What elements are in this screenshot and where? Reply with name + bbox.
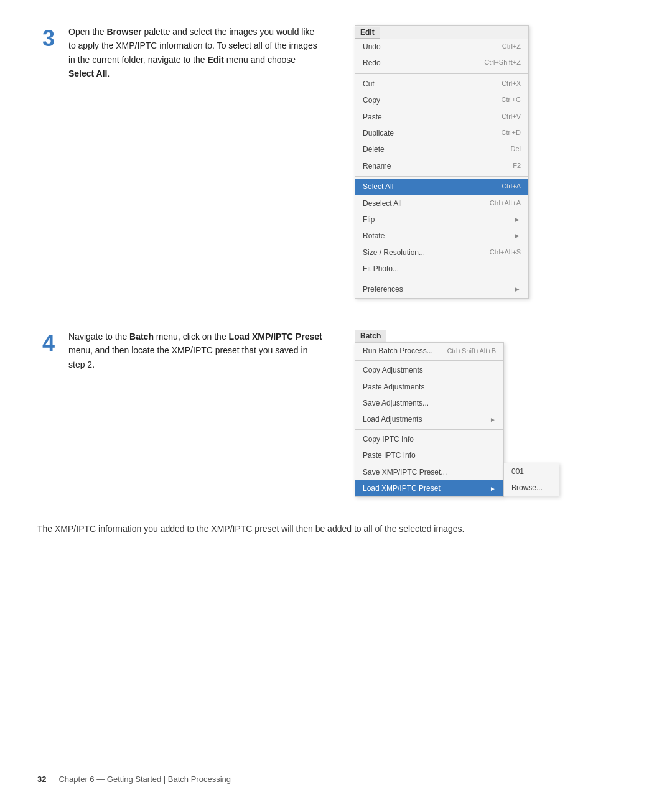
batch-menu-run-batch: Run Batch Process...Ctrl+Shift+Alt+B: [355, 343, 503, 359]
batch-menu-paste-iptc: Paste IPTC Info: [355, 447, 503, 463]
edit-menu-items: UndoCtrl+Z RedoCtrl+Shift+Z CutCtrl+X Co…: [355, 39, 528, 298]
menu-item-fit-photo: Fit Photo...: [355, 261, 528, 277]
batch-menu-screenshot: Batch Run Batch Process...Ctrl+Shift+Alt…: [355, 330, 504, 498]
page-footer: 32 Chapter 6 — Getting Started | Batch P…: [0, 768, 672, 790]
summary-text: The XMP/IPTC information you added to th…: [37, 522, 597, 536]
footer-page-number: 32: [37, 774, 46, 784]
batch-menu-copy-adjustments: Copy Adjustments: [355, 362, 503, 378]
step-4-container: 4 Navigate to the Batch menu, click on t…: [37, 330, 635, 498]
footer-chapter: Chapter 6 — Getting Started | Batch Proc…: [58, 774, 231, 784]
batch-menu-paste-adjustments: Paste Adjustments: [355, 379, 503, 395]
menu-item-delete: DeleteDel: [355, 141, 528, 157]
menu-item-undo: UndoCtrl+Z: [355, 39, 528, 55]
load-xmp-submenu: 001 Browse...: [503, 463, 559, 497]
menu-item-duplicate: DuplicateCtrl+D: [355, 125, 528, 141]
batch-menu-save-xmp: Save XMP/IPTC Preset...: [355, 464, 503, 480]
batch-menu-load-xmp: Load XMP/IPTC Preset► 001 Browse...: [355, 480, 503, 496]
menu-item-copy: CopyCtrl+C: [355, 92, 528, 108]
menu-divider-1: [355, 73, 528, 74]
menu-item-flip: Flip►: [355, 211, 528, 228]
menu-divider-3: [355, 279, 528, 279]
edit-menu-screenshot: Edit UndoCtrl+Z RedoCtrl+Shift+Z CutCtrl…: [355, 25, 529, 299]
step-4-text: Navigate to the Batch menu, click on the…: [68, 330, 324, 371]
menu-divider-2: [355, 176, 528, 177]
menu-item-paste: PasteCtrl+V: [355, 109, 528, 125]
batch-divider-1: [355, 360, 503, 361]
menu-item-cut: CutCtrl+X: [355, 76, 528, 92]
submenu-001: 001: [504, 463, 559, 480]
page-content: 3 Open the Browser palette and select th…: [0, 0, 672, 561]
batch-menu-load-adjustments: Load Adjustments►: [355, 411, 503, 427]
batch-menu-save-adjustments: Save Adjustments...: [355, 395, 503, 411]
menu-item-rename: RenameF2: [355, 158, 528, 174]
step-4-number: 4: [37, 330, 60, 357]
menu-item-deselect-all: Deselect AllCtrl+Alt+A: [355, 195, 528, 211]
submenu-browse: Browse...: [504, 480, 559, 496]
menu-item-size-resolution: Size / Resolution...Ctrl+Alt+S: [355, 244, 528, 261]
batch-menu-panel: Run Batch Process...Ctrl+Shift+Alt+B Cop…: [355, 342, 504, 498]
menu-item-redo: RedoCtrl+Shift+Z: [355, 55, 528, 71]
menu-item-select-all: Select AllCtrl+A: [355, 179, 528, 195]
step-3-number: 3: [37, 25, 60, 52]
menu-item-preferences: Preferences►: [355, 281, 528, 297]
batch-menu-copy-iptc: Copy IPTC Info: [355, 431, 503, 447]
edit-menu-title: Edit: [355, 27, 380, 39]
step-3-container: 3 Open the Browser palette and select th…: [37, 25, 635, 299]
step-3-text: Open the Browser palette and select the …: [68, 25, 324, 81]
menu-item-rotate: Rotate►: [355, 228, 528, 244]
batch-divider-2: [355, 429, 503, 430]
batch-menu-title: Batch: [355, 330, 386, 342]
